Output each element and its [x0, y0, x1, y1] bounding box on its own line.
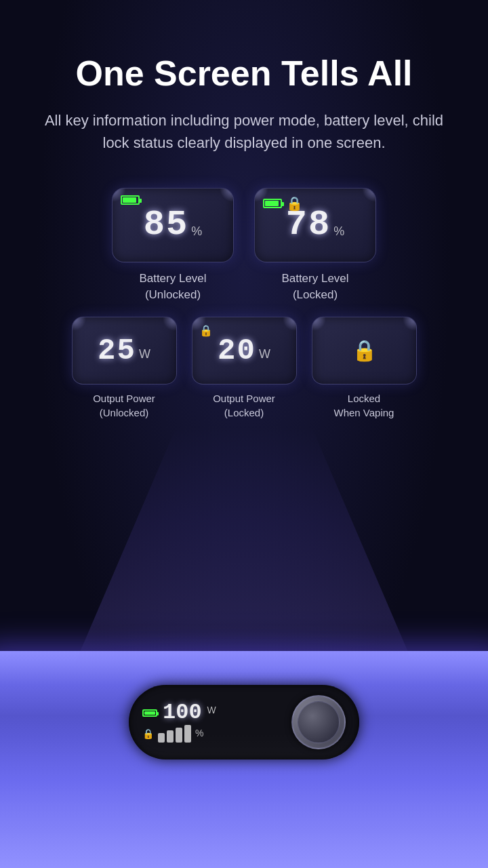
lock-icon-power-locked: 🔒 — [199, 325, 213, 336]
battery-icon-locked — [263, 199, 282, 208]
screen-power-unlocked: 25 W Output Power(Unlocked) — [72, 317, 177, 420]
screens-row-1: 85 % Battery Level(Unlocked) 🔒 78 % — [112, 188, 376, 303]
screen-power-locked: 🔒 20 W Output Power(Locked) — [192, 317, 297, 420]
screens-row-2: 25 W Output Power(Unlocked) 🔒 20 W Outpu… — [72, 317, 417, 420]
label-power-locked: Output Power(Locked) — [213, 391, 275, 420]
display-battery-locked: 78 % — [286, 208, 344, 243]
screen-box-power-unlocked: 25 W — [72, 317, 177, 384]
screen-box-battery-unlocked: 85 % — [112, 188, 234, 262]
device-battery-icon — [142, 709, 157, 717]
unit-percent-2: % — [333, 224, 344, 239]
device-section: 100 W 🔒 % — [0, 610, 488, 868]
device-body: 100 W 🔒 % — [0, 651, 488, 868]
lock-icon-battery-locked: 🔒 — [286, 195, 303, 212]
screen-box-battery-locked: 🔒 78 % — [254, 188, 376, 262]
display-power-unlocked: 25 W — [98, 336, 150, 366]
device-wattage: 100 — [163, 702, 202, 724]
page-subtitle: All key information including power mode… — [41, 109, 447, 154]
digit-78: 78 — [286, 208, 331, 243]
label-power-unlocked: Output Power(Unlocked) — [93, 391, 155, 420]
battery-fill-locked — [265, 201, 279, 206]
display-power-locked: 20 W — [218, 336, 270, 366]
device-top-row: 100 W — [142, 702, 216, 724]
screen-battery-locked: 🔒 78 % Battery Level(Locked) — [254, 188, 376, 303]
screen-box-locked-vaping: 🔒 — [312, 317, 417, 384]
screen-box-power-locked: 🔒 20 W — [192, 317, 297, 384]
device-reflection — [0, 732, 488, 868]
device-wattage-unit: W — [207, 705, 216, 715]
display-battery-unlocked: 85 % — [144, 208, 202, 243]
unit-w-2: W — [259, 347, 270, 361]
battery-icon-unlocked — [121, 195, 140, 205]
screen-indicators-locked: 🔒 — [263, 195, 303, 212]
digit-25: 25 — [98, 336, 136, 366]
screen-locked-vaping: 🔒 LockedWhen Vaping — [312, 317, 417, 420]
digit-20: 20 — [218, 336, 256, 366]
battery-fill-unlocked — [123, 197, 136, 203]
page-title: One Screen Tells All — [75, 54, 412, 93]
screen-indicators-unlocked — [121, 195, 140, 205]
device-battery-fill — [144, 711, 155, 715]
screen-battery-unlocked: 85 % Battery Level(Unlocked) — [112, 188, 234, 303]
unit-percent-1: % — [191, 224, 202, 239]
lock-indicator-power: 🔒 — [199, 324, 213, 337]
label-battery-locked: Battery Level(Locked) — [281, 271, 348, 303]
digit-85: 85 — [144, 208, 188, 243]
label-battery-unlocked: Battery Level(Unlocked) — [139, 271, 206, 303]
label-locked-vaping: LockedWhen Vaping — [334, 391, 394, 420]
device-highlight — [0, 651, 488, 685]
lock-icon-vaping: 🔒 — [352, 338, 377, 362]
main-content: One Screen Tells All All key information… — [0, 0, 488, 433]
unit-w-1: W — [139, 347, 150, 361]
vaping-lock-display: 🔒 — [312, 317, 416, 384]
